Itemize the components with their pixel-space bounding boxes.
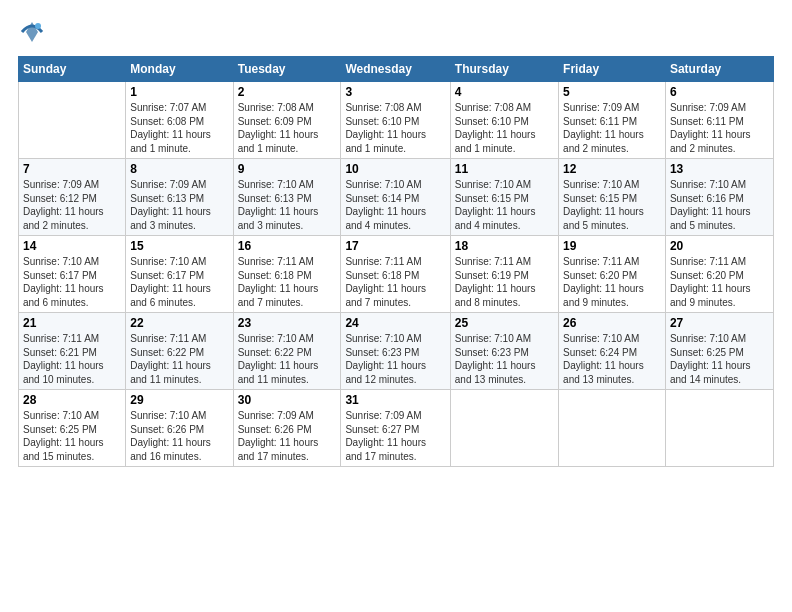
calendar-week-row: 7Sunrise: 7:09 AMSunset: 6:12 PMDaylight… xyxy=(19,159,774,236)
calendar-cell xyxy=(665,390,773,467)
day-info: Sunrise: 7:08 AMSunset: 6:10 PMDaylight:… xyxy=(455,101,554,155)
calendar-cell: 9Sunrise: 7:10 AMSunset: 6:13 PMDaylight… xyxy=(233,159,341,236)
calendar-week-row: 1Sunrise: 7:07 AMSunset: 6:08 PMDaylight… xyxy=(19,82,774,159)
day-info: Sunrise: 7:10 AMSunset: 6:17 PMDaylight:… xyxy=(23,255,121,309)
day-info: Sunrise: 7:11 AMSunset: 6:21 PMDaylight:… xyxy=(23,332,121,386)
calendar-cell: 6Sunrise: 7:09 AMSunset: 6:11 PMDaylight… xyxy=(665,82,773,159)
calendar-cell: 26Sunrise: 7:10 AMSunset: 6:24 PMDayligh… xyxy=(559,313,666,390)
day-info: Sunrise: 7:10 AMSunset: 6:15 PMDaylight:… xyxy=(455,178,554,232)
day-number: 29 xyxy=(130,393,228,407)
day-info: Sunrise: 7:10 AMSunset: 6:23 PMDaylight:… xyxy=(345,332,445,386)
calendar-table: SundayMondayTuesdayWednesdayThursdayFrid… xyxy=(18,56,774,467)
day-number: 10 xyxy=(345,162,445,176)
calendar-cell: 31Sunrise: 7:09 AMSunset: 6:27 PMDayligh… xyxy=(341,390,450,467)
day-info: Sunrise: 7:09 AMSunset: 6:26 PMDaylight:… xyxy=(238,409,337,463)
calendar-week-row: 21Sunrise: 7:11 AMSunset: 6:21 PMDayligh… xyxy=(19,313,774,390)
day-number: 24 xyxy=(345,316,445,330)
calendar-header-row: SundayMondayTuesdayWednesdayThursdayFrid… xyxy=(19,57,774,82)
day-info: Sunrise: 7:10 AMSunset: 6:23 PMDaylight:… xyxy=(455,332,554,386)
calendar-cell: 28Sunrise: 7:10 AMSunset: 6:25 PMDayligh… xyxy=(19,390,126,467)
calendar-cell: 5Sunrise: 7:09 AMSunset: 6:11 PMDaylight… xyxy=(559,82,666,159)
calendar-cell: 20Sunrise: 7:11 AMSunset: 6:20 PMDayligh… xyxy=(665,236,773,313)
day-info: Sunrise: 7:10 AMSunset: 6:14 PMDaylight:… xyxy=(345,178,445,232)
calendar-cell: 12Sunrise: 7:10 AMSunset: 6:15 PMDayligh… xyxy=(559,159,666,236)
calendar-cell: 1Sunrise: 7:07 AMSunset: 6:08 PMDaylight… xyxy=(126,82,233,159)
day-info: Sunrise: 7:07 AMSunset: 6:08 PMDaylight:… xyxy=(130,101,228,155)
calendar-cell: 18Sunrise: 7:11 AMSunset: 6:19 PMDayligh… xyxy=(450,236,558,313)
day-info: Sunrise: 7:09 AMSunset: 6:11 PMDaylight:… xyxy=(563,101,661,155)
calendar-cell: 24Sunrise: 7:10 AMSunset: 6:23 PMDayligh… xyxy=(341,313,450,390)
header xyxy=(18,18,774,46)
calendar-cell: 10Sunrise: 7:10 AMSunset: 6:14 PMDayligh… xyxy=(341,159,450,236)
calendar-cell xyxy=(19,82,126,159)
day-info: Sunrise: 7:10 AMSunset: 6:25 PMDaylight:… xyxy=(670,332,769,386)
day-number: 25 xyxy=(455,316,554,330)
calendar-cell: 23Sunrise: 7:10 AMSunset: 6:22 PMDayligh… xyxy=(233,313,341,390)
day-number: 18 xyxy=(455,239,554,253)
calendar-cell: 2Sunrise: 7:08 AMSunset: 6:09 PMDaylight… xyxy=(233,82,341,159)
page: SundayMondayTuesdayWednesdayThursdayFrid… xyxy=(0,0,792,612)
day-info: Sunrise: 7:10 AMSunset: 6:15 PMDaylight:… xyxy=(563,178,661,232)
day-number: 22 xyxy=(130,316,228,330)
day-number: 26 xyxy=(563,316,661,330)
calendar-cell: 29Sunrise: 7:10 AMSunset: 6:26 PMDayligh… xyxy=(126,390,233,467)
day-number: 8 xyxy=(130,162,228,176)
day-number: 28 xyxy=(23,393,121,407)
day-info: Sunrise: 7:08 AMSunset: 6:10 PMDaylight:… xyxy=(345,101,445,155)
day-number: 13 xyxy=(670,162,769,176)
day-info: Sunrise: 7:09 AMSunset: 6:27 PMDaylight:… xyxy=(345,409,445,463)
calendar-week-row: 28Sunrise: 7:10 AMSunset: 6:25 PMDayligh… xyxy=(19,390,774,467)
weekday-header: Thursday xyxy=(450,57,558,82)
day-number: 14 xyxy=(23,239,121,253)
day-info: Sunrise: 7:10 AMSunset: 6:22 PMDaylight:… xyxy=(238,332,337,386)
calendar-cell: 19Sunrise: 7:11 AMSunset: 6:20 PMDayligh… xyxy=(559,236,666,313)
day-info: Sunrise: 7:10 AMSunset: 6:26 PMDaylight:… xyxy=(130,409,228,463)
day-info: Sunrise: 7:11 AMSunset: 6:20 PMDaylight:… xyxy=(670,255,769,309)
day-info: Sunrise: 7:10 AMSunset: 6:17 PMDaylight:… xyxy=(130,255,228,309)
calendar-cell: 30Sunrise: 7:09 AMSunset: 6:26 PMDayligh… xyxy=(233,390,341,467)
day-info: Sunrise: 7:11 AMSunset: 6:22 PMDaylight:… xyxy=(130,332,228,386)
svg-point-1 xyxy=(35,23,41,29)
calendar-cell: 27Sunrise: 7:10 AMSunset: 6:25 PMDayligh… xyxy=(665,313,773,390)
day-info: Sunrise: 7:11 AMSunset: 6:20 PMDaylight:… xyxy=(563,255,661,309)
day-info: Sunrise: 7:11 AMSunset: 6:18 PMDaylight:… xyxy=(345,255,445,309)
day-number: 30 xyxy=(238,393,337,407)
day-number: 31 xyxy=(345,393,445,407)
day-number: 23 xyxy=(238,316,337,330)
day-info: Sunrise: 7:11 AMSunset: 6:19 PMDaylight:… xyxy=(455,255,554,309)
calendar-cell: 16Sunrise: 7:11 AMSunset: 6:18 PMDayligh… xyxy=(233,236,341,313)
day-number: 5 xyxy=(563,85,661,99)
day-number: 16 xyxy=(238,239,337,253)
logo xyxy=(18,18,50,46)
calendar-cell: 4Sunrise: 7:08 AMSunset: 6:10 PMDaylight… xyxy=(450,82,558,159)
day-number: 3 xyxy=(345,85,445,99)
day-number: 1 xyxy=(130,85,228,99)
day-number: 6 xyxy=(670,85,769,99)
calendar-cell: 7Sunrise: 7:09 AMSunset: 6:12 PMDaylight… xyxy=(19,159,126,236)
weekday-header: Sunday xyxy=(19,57,126,82)
calendar-cell: 25Sunrise: 7:10 AMSunset: 6:23 PMDayligh… xyxy=(450,313,558,390)
day-number: 9 xyxy=(238,162,337,176)
calendar-week-row: 14Sunrise: 7:10 AMSunset: 6:17 PMDayligh… xyxy=(19,236,774,313)
day-number: 27 xyxy=(670,316,769,330)
day-number: 20 xyxy=(670,239,769,253)
calendar-cell: 17Sunrise: 7:11 AMSunset: 6:18 PMDayligh… xyxy=(341,236,450,313)
day-info: Sunrise: 7:09 AMSunset: 6:13 PMDaylight:… xyxy=(130,178,228,232)
day-number: 17 xyxy=(345,239,445,253)
day-info: Sunrise: 7:10 AMSunset: 6:24 PMDaylight:… xyxy=(563,332,661,386)
calendar-cell: 14Sunrise: 7:10 AMSunset: 6:17 PMDayligh… xyxy=(19,236,126,313)
weekday-header: Friday xyxy=(559,57,666,82)
day-info: Sunrise: 7:10 AMSunset: 6:13 PMDaylight:… xyxy=(238,178,337,232)
day-info: Sunrise: 7:09 AMSunset: 6:12 PMDaylight:… xyxy=(23,178,121,232)
day-number: 12 xyxy=(563,162,661,176)
weekday-header: Monday xyxy=(126,57,233,82)
calendar-cell: 3Sunrise: 7:08 AMSunset: 6:10 PMDaylight… xyxy=(341,82,450,159)
day-info: Sunrise: 7:11 AMSunset: 6:18 PMDaylight:… xyxy=(238,255,337,309)
day-number: 2 xyxy=(238,85,337,99)
day-number: 4 xyxy=(455,85,554,99)
day-info: Sunrise: 7:09 AMSunset: 6:11 PMDaylight:… xyxy=(670,101,769,155)
day-info: Sunrise: 7:08 AMSunset: 6:09 PMDaylight:… xyxy=(238,101,337,155)
calendar-cell: 22Sunrise: 7:11 AMSunset: 6:22 PMDayligh… xyxy=(126,313,233,390)
day-info: Sunrise: 7:10 AMSunset: 6:16 PMDaylight:… xyxy=(670,178,769,232)
weekday-header: Tuesday xyxy=(233,57,341,82)
